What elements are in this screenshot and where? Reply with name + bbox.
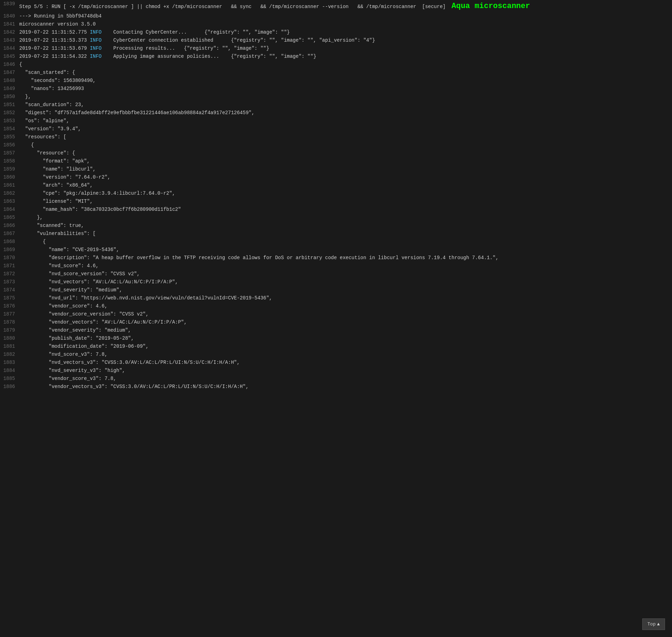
line-content: "nvd_score_version": "CVSS v2",	[19, 270, 672, 278]
line-number: 1851	[0, 101, 19, 109]
line-content: ---> Running in 5bbf94748db4	[19, 13, 672, 20]
line-content: "vulnerabilities": [	[19, 230, 672, 237]
terminal-line: 1848 "seconds": 1563809490,	[0, 77, 672, 85]
terminal-line: 1859 "name": "libcurl",	[0, 165, 672, 173]
terminal-line: 1876 "vendor_score": 4.6,	[0, 302, 672, 310]
line-segment: Processing results... {"registry": "", "…	[102, 46, 269, 51]
line-number: 1883	[0, 359, 19, 366]
line-segment: },	[19, 215, 43, 220]
terminal-line: 1857 "resource": {	[0, 149, 672, 157]
line-segment: "license": "MIT",	[19, 199, 93, 204]
line-segment: "nvd_url": "https://web.nvd.nist.gov/vie…	[19, 295, 272, 301]
line-number: 1868	[0, 238, 19, 245]
line-segment: "digest": "df757a1fade8d4bff2e9efbbbfbe3…	[19, 110, 254, 116]
terminal-line: 1858 "format": "apk",	[0, 157, 672, 165]
line-segment: "vulnerabilities": [	[19, 231, 96, 236]
line-content: 2019-07-22 11:31:53.373 INFO CyberCenter…	[19, 37, 672, 44]
line-number: 1860	[0, 174, 19, 181]
terminal-line: 18442019-07-22 11:31:53.679 INFO Process…	[0, 44, 672, 53]
line-segment: Aqua microscanner	[451, 2, 530, 11]
line-content: "nvd_score": 4.6,	[19, 262, 672, 270]
line-segment: "name_hash": "38ca70323c0bcf7f6b280900d1…	[19, 207, 181, 212]
line-content: },	[19, 93, 672, 101]
line-segment: "arch": "x86_64",	[19, 182, 93, 188]
line-segment: Contacting CyberCenter... {"registry": "…	[102, 29, 290, 35]
terminal-line: 1870 "description": "A heap buffer overf…	[0, 254, 672, 262]
line-content: "nvd_vectors": "AV:L/AC:L/Au:N/C:P/I:P/A…	[19, 278, 672, 286]
terminal-line: 1873 "nvd_vectors": "AV:L/AC:L/Au:N/C:P/…	[0, 278, 672, 286]
terminal-line: 1853 "os": "alpine",	[0, 117, 672, 125]
line-content: "name": "libcurl",	[19, 166, 672, 173]
line-number: 1843	[0, 37, 19, 44]
line-content: "nvd_url": "https://web.nvd.nist.gov/vie…	[19, 295, 672, 302]
top-button-label: Top	[648, 622, 656, 627]
terminal-line: 1866 "scanned": true,	[0, 222, 672, 230]
terminal-line: 1884 "nvd_severity_v3": "high",	[0, 367, 672, 375]
line-content: "description": "A heap buffer overflow i…	[19, 254, 672, 262]
line-content: Step 5/5 : RUN [ -x /tmp/microscanner ] …	[19, 0, 672, 12]
line-content: "vendor_severity": "medium",	[19, 327, 672, 334]
line-segment: 2019-07-22 11:31:54.322	[19, 54, 90, 59]
line-content: "publish_date": "2019-05-28",	[19, 335, 672, 342]
line-content: "scan_started": {	[19, 69, 672, 76]
line-content: "scanned": true,	[19, 222, 672, 229]
line-segment: "nvd_severity_v3": "high",	[19, 368, 125, 373]
line-content: "seconds": 1563809490,	[19, 77, 672, 84]
terminal-line: 1849 "nanos": 134256993	[0, 85, 672, 93]
line-content: "license": "MIT",	[19, 198, 672, 205]
line-content: {	[19, 141, 672, 149]
terminal-line: 1880 "publish_date": "2019-05-28",	[0, 334, 672, 342]
line-content: "cpe": "pkg:/alpine:3.9.4:libcurl:7.64.0…	[19, 190, 672, 197]
line-segment: "vendor_severity": "medium",	[19, 327, 131, 333]
terminal-line: 1847 "scan_started": {	[0, 69, 672, 77]
line-number: 1844	[0, 45, 19, 52]
line-number: 1876	[0, 303, 19, 310]
line-content: 2019-07-22 11:31:53.679 INFO Processing …	[19, 45, 672, 52]
line-number: 1870	[0, 254, 19, 262]
line-content: "name_hash": "38ca70323c0bcf7f6b280900d1…	[19, 206, 672, 213]
terminal-line: 1883 "nvd_vectors_v3": "CVSS:3.0/AV:L/AC…	[0, 359, 672, 367]
terminal-line: 1882 "nvd_score_v3": 7.8,	[0, 351, 672, 359]
line-number: 1845	[0, 53, 19, 60]
terminal-line: 1854 "version": "3.9.4",	[0, 125, 672, 133]
line-number: 1857	[0, 150, 19, 157]
line-content: "nanos": 134256993	[19, 85, 672, 92]
line-number: 1865	[0, 214, 19, 221]
terminal-line: 1879 "vendor_severity": "medium",	[0, 326, 672, 334]
line-segment: "description": "A heap buffer overflow i…	[19, 255, 498, 261]
line-number: 1861	[0, 182, 19, 189]
line-segment: "vendor_vectors_v3": "CVSS:3.0/AV:L/AC:L…	[19, 384, 248, 389]
terminal-line: 1886 "vendor_vectors_v3": "CVSS:3.0/AV:L…	[0, 383, 672, 391]
terminal-line: 18452019-07-22 11:31:54.322 INFO Applyin…	[0, 53, 672, 61]
line-segment: "resource": {	[19, 150, 75, 156]
line-segment: "nanos": 134256993	[19, 86, 84, 91]
line-segment: "version": "3.9.4",	[19, 126, 81, 132]
line-content: "vendor_score_v3": 7.8,	[19, 375, 672, 382]
line-content: },	[19, 214, 672, 221]
line-number: 1884	[0, 367, 19, 374]
line-content: "vendor_score_version": "CVSS v2",	[19, 311, 672, 318]
line-number: 1839	[0, 0, 19, 8]
line-content: "arch": "x86_64",	[19, 182, 672, 189]
line-content: "version": "3.9.4",	[19, 125, 672, 133]
line-segment: "nvd_vectors": "AV:L/AC:L/Au:N/C:P/I:P/A…	[19, 279, 178, 285]
line-content: microscanner version 3.5.0	[19, 21, 672, 28]
terminal-line: 1878 "vendor_vectors": "AV:L/AC:L/Au:N/C…	[0, 318, 672, 326]
line-number: 1885	[0, 375, 19, 382]
top-button[interactable]: Top ▲	[642, 618, 665, 630]
line-segment: "scan_duration": 23,	[19, 102, 84, 108]
line-number: 1852	[0, 109, 19, 117]
line-segment: /tmp/microscanner [secure]	[363, 4, 451, 9]
line-content: "modification_date": "2019-06-09",	[19, 343, 672, 350]
line-segment: "seconds": 1563809490,	[19, 78, 96, 83]
line-segment: INFO	[90, 54, 102, 59]
line-content: "nvd_score_v3": 7.8,	[19, 351, 672, 358]
line-segment: "cpe": "pkg:/alpine:3.9.4:libcurl:7.64.0…	[19, 191, 175, 196]
line-number: 1866	[0, 222, 19, 229]
line-segment: {	[19, 62, 22, 67]
line-number: 1877	[0, 311, 19, 318]
line-number: 1853	[0, 117, 19, 125]
line-segment: 2019-07-22 11:31:53.679	[19, 46, 90, 51]
line-content: 2019-07-22 11:31:52.775 INFO Contacting …	[19, 29, 672, 36]
line-number: 1873	[0, 278, 19, 286]
